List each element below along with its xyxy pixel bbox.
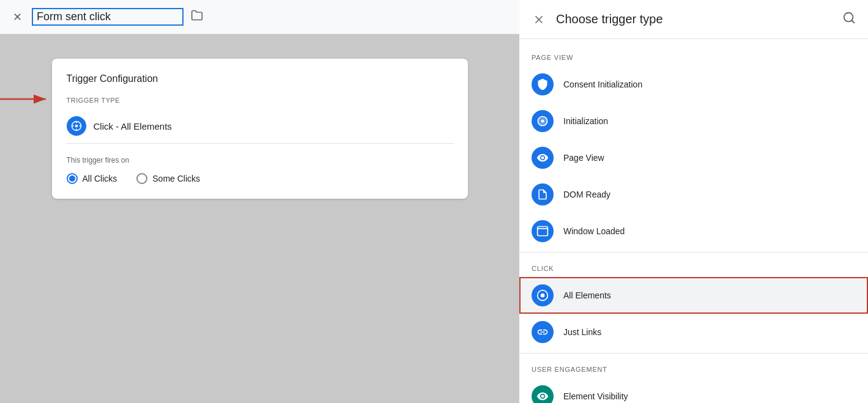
just-links-label: Just Links: [563, 327, 601, 337]
page-view-label: Page View: [563, 153, 604, 163]
radio-some-clicks-label: Some Clicks: [152, 174, 200, 183]
right-panel-title: Choose trigger type: [556, 12, 663, 26]
initialization-icon: [532, 110, 554, 132]
fires-on-section: This trigger fires on All Clicks Some Cl…: [67, 156, 453, 184]
dom-ready-icon: [532, 183, 554, 205]
just-links-icon: [532, 321, 554, 343]
radio-all-clicks-circle: [67, 173, 78, 184]
section-click-header: Click: [519, 255, 868, 277]
card-title: Trigger Configuration: [67, 73, 453, 84]
radio-some-clicks-circle: [136, 173, 147, 184]
dom-ready-label: DOM Ready: [563, 190, 610, 199]
right-close-button[interactable]: [532, 12, 546, 27]
window-loaded-icon: [532, 220, 554, 242]
svg-point-13: [541, 120, 544, 123]
list-item-page-view[interactable]: Page View: [519, 139, 868, 176]
section-user-engagement-header: User Engagement: [519, 356, 868, 378]
section-page-view-header: Page View: [519, 44, 868, 66]
list-item-element-visibility[interactable]: Element Visibility: [519, 378, 868, 403]
trigger-title-input[interactable]: [32, 8, 184, 26]
radio-all-clicks[interactable]: All Clicks: [67, 173, 117, 184]
list-item-window-loaded[interactable]: Window Loaded: [519, 213, 868, 250]
trigger-type-name: Click - All Elements: [94, 121, 172, 131]
fires-on-label: This trigger fires on: [67, 156, 453, 165]
svg-point-3: [75, 125, 78, 128]
page-view-icon: [532, 147, 554, 169]
trigger-config-card: Trigger Configuration Trigger Type: [52, 59, 468, 199]
right-header: Choose trigger type: [519, 0, 868, 39]
list-item-dom-ready[interactable]: DOM Ready: [519, 176, 868, 213]
radio-all-clicks-label: All Clicks: [83, 174, 117, 183]
folder-icon[interactable]: [191, 9, 203, 24]
consent-init-label: Consent Initialization: [563, 79, 642, 89]
top-bar: ✕: [0, 0, 519, 34]
divider-1: [519, 252, 868, 253]
right-panel: Choose trigger type Page View Consent In…: [519, 0, 868, 403]
card-wrapper: Trigger Configuration Trigger Type: [52, 59, 468, 199]
trigger-type-label: Trigger Type: [67, 97, 453, 104]
list-item-just-links[interactable]: Just Links: [519, 314, 868, 350]
left-content: Trigger Configuration Trigger Type: [0, 34, 519, 223]
initialization-label: Initialization: [563, 116, 608, 126]
trigger-type-row[interactable]: Click - All Elements: [67, 109, 453, 144]
search-icon[interactable]: [842, 11, 856, 28]
list-item-initialization[interactable]: Initialization: [519, 103, 868, 139]
window-loaded-label: Window Loaded: [563, 226, 625, 236]
close-button[interactable]: ✕: [10, 10, 24, 24]
right-header-left: Choose trigger type: [532, 12, 663, 27]
svg-rect-14: [538, 227, 548, 236]
radio-some-clicks[interactable]: Some Clicks: [136, 173, 200, 184]
svg-point-17: [541, 294, 545, 298]
all-elements-label: All Elements: [563, 290, 611, 300]
consent-init-icon: [532, 73, 554, 95]
left-panel: ✕ Trigger Configurati: [0, 0, 519, 403]
divider-2: [519, 353, 868, 353]
right-content: Page View Consent Initialization Initial…: [519, 39, 868, 403]
element-visibility-label: Element Visibility: [563, 391, 628, 401]
list-item-all-elements[interactable]: All Elements: [519, 277, 868, 314]
element-visibility-icon: [532, 385, 554, 403]
svg-line-11: [851, 20, 854, 23]
list-item-consent-init[interactable]: Consent Initialization: [519, 66, 868, 103]
radio-group: All Clicks Some Clicks: [67, 173, 453, 184]
arrow-annotation: [0, 91, 52, 108]
trigger-type-icon: [67, 116, 86, 136]
all-elements-icon: [532, 284, 554, 306]
